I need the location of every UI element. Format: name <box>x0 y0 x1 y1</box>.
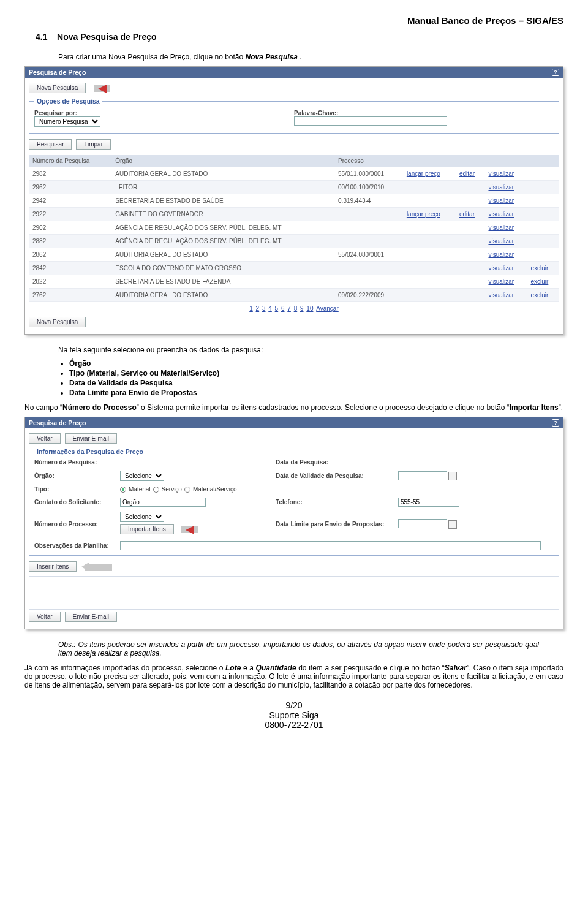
nova-pesquisa-button-bottom[interactable]: Nova Pesquisa <box>29 317 86 327</box>
screenshot-form: Pesquisa de Preço ? Voltar Enviar E-mail… <box>24 417 564 629</box>
data-limite-input[interactable] <box>398 519 447 528</box>
radio-material[interactable] <box>120 487 126 493</box>
action-link[interactable]: excluir <box>530 278 548 285</box>
action-link[interactable]: lançar preço <box>407 211 440 218</box>
section-name: Nova Pesquisa de Preço <box>57 32 157 42</box>
mid-lead: Na tela seguinte selecione ou preencha o… <box>58 346 564 354</box>
palavra-chave-label: Palavra-Chave: <box>294 110 554 116</box>
table-row: 2942SECRETARIA DE ESTADO DE SAÚDE0.319.4… <box>29 194 559 208</box>
table-cell <box>334 275 403 289</box>
pager-link[interactable]: 9 <box>300 305 304 312</box>
table-cell: 2822 <box>29 275 111 289</box>
table-cell <box>456 221 485 235</box>
table-cell: visualizar <box>484 208 527 221</box>
pesquisar-por-select[interactable]: Número Pesquisa <box>34 116 100 127</box>
intro-pre: Para criar uma Nova Pesquisa de Preço, c… <box>58 53 246 61</box>
page-number: 9/20 <box>24 700 564 710</box>
validade-input[interactable] <box>398 471 447 480</box>
t: No campo “ <box>24 403 62 412</box>
pager-link[interactable]: 1 <box>249 305 253 312</box>
table-cell: visualizar <box>484 289 527 302</box>
validade-label: Data de Validade da Pesquisa: <box>276 472 398 479</box>
table-row: 2842ESCOLA DO GOVERNO DE MATO GROSSOvisu… <box>29 262 559 275</box>
action-link[interactable]: lançar preço <box>407 170 440 177</box>
radio-servico[interactable] <box>153 487 159 493</box>
data-limite-label: Data Limite para Envio de Propostas: <box>276 521 398 528</box>
enviar-email-button-bottom[interactable]: Enviar E-mail <box>65 612 117 622</box>
table-cell <box>403 289 456 302</box>
calendar-icon[interactable] <box>448 472 457 480</box>
action-link[interactable]: visualizar <box>488 238 514 245</box>
table-row: 2922GABINETE DO GOVERNADORlançar preçoed… <box>29 208 559 221</box>
action-link[interactable]: visualizar <box>488 224 514 231</box>
orgao-select[interactable]: Selecione <box>120 471 164 481</box>
pager-next-link[interactable]: Avançar <box>316 305 339 312</box>
list-item: Tipo (Material, Serviço ou Material/Serv… <box>69 369 564 377</box>
enviar-email-button[interactable]: Enviar E-mail <box>65 433 117 444</box>
action-link[interactable]: visualizar <box>488 265 514 271</box>
action-link[interactable]: visualizar <box>488 278 514 285</box>
orgao-label: Órgão: <box>34 472 120 479</box>
table-cell <box>456 262 485 275</box>
table-cell <box>403 275 456 289</box>
limpar-button[interactable]: Limpar <box>76 139 111 150</box>
contato-input[interactable] <box>120 498 206 507</box>
tipo-radios: Material Serviço Material/Serviço <box>120 486 276 493</box>
table-cell: 2942 <box>29 194 111 208</box>
pager-link[interactable]: 10 <box>306 305 313 312</box>
pager-link[interactable]: 8 <box>294 305 298 312</box>
action-link[interactable]: visualizar <box>488 211 514 218</box>
table-cell: excluir <box>527 289 559 302</box>
data-pesquisa-label: Data da Pesquisa: <box>276 459 398 466</box>
pager-link[interactable]: 5 <box>275 305 279 312</box>
t: Lote <box>225 664 241 672</box>
table-cell: 2922 <box>29 208 111 221</box>
pager-link[interactable]: 2 <box>256 305 260 312</box>
t: Importar Itens <box>510 403 559 412</box>
importar-itens-button[interactable]: Importar Itens <box>120 524 174 534</box>
observacoes-input[interactable] <box>120 541 541 550</box>
table-cell: visualizar <box>484 248 527 262</box>
pager-link[interactable]: 6 <box>281 305 285 312</box>
action-link[interactable]: visualizar <box>488 251 514 258</box>
table-cell: visualizar <box>484 262 527 275</box>
voltar-button[interactable]: Voltar <box>29 433 61 444</box>
action-link[interactable]: excluir <box>530 265 548 271</box>
table-cell <box>334 262 403 275</box>
calendar-icon[interactable] <box>448 520 457 529</box>
pager-link[interactable]: 3 <box>262 305 266 312</box>
pager-link[interactable]: 7 <box>287 305 291 312</box>
action-link[interactable]: visualizar <box>488 292 514 298</box>
pesquisar-button[interactable]: Pesquisar <box>29 139 72 150</box>
table-cell: 2762 <box>29 289 111 302</box>
table-cell: visualizar <box>484 181 527 194</box>
table-cell: 2982 <box>29 167 111 181</box>
table-cell: GABINETE DO GOVERNADOR <box>111 208 334 221</box>
doc-header: Manual Banco de Preços – SIGA/ES <box>24 15 564 26</box>
table-cell: 00/100.100/2010 <box>334 181 403 194</box>
palavra-chave-input[interactable] <box>294 116 447 126</box>
action-link[interactable]: visualizar <box>488 170 514 177</box>
help-icon[interactable]: ? <box>552 419 559 427</box>
table-cell <box>456 235 485 248</box>
action-link[interactable]: editar <box>459 170 475 177</box>
help-icon[interactable]: ? <box>552 69 559 76</box>
tipo-label: Tipo: <box>34 486 120 493</box>
action-link[interactable]: editar <box>459 211 475 218</box>
page-footer: 9/20 Suporte Siga 0800-722-2701 <box>24 700 564 730</box>
intro-em: Nova Pesquisa <box>246 53 298 61</box>
numero-processo-select[interactable]: Selecione <box>120 512 164 522</box>
radio-matserv[interactable] <box>184 487 190 493</box>
nova-pesquisa-button[interactable]: Nova Pesquisa <box>29 83 86 93</box>
table-row: 2822SECRETARIA DE ESTADO DE FAZENDAvisua… <box>29 275 559 289</box>
search-options-fieldset: Opções de Pesquisa Pesquisar por: Número… <box>29 97 559 134</box>
pager-link[interactable]: 4 <box>268 305 272 312</box>
voltar-button-bottom[interactable]: Voltar <box>29 612 61 622</box>
inserir-itens-button[interactable]: Inserir Itens <box>29 561 77 572</box>
action-link[interactable]: excluir <box>530 292 548 298</box>
action-link[interactable]: visualizar <box>488 197 514 204</box>
action-link[interactable]: visualizar <box>488 184 514 191</box>
table-row: 2882AGÊNCIA DE REGULAÇÃO DOS SERV. PÚBL.… <box>29 235 559 248</box>
telefone-input[interactable] <box>398 498 459 507</box>
table-cell <box>403 194 456 208</box>
